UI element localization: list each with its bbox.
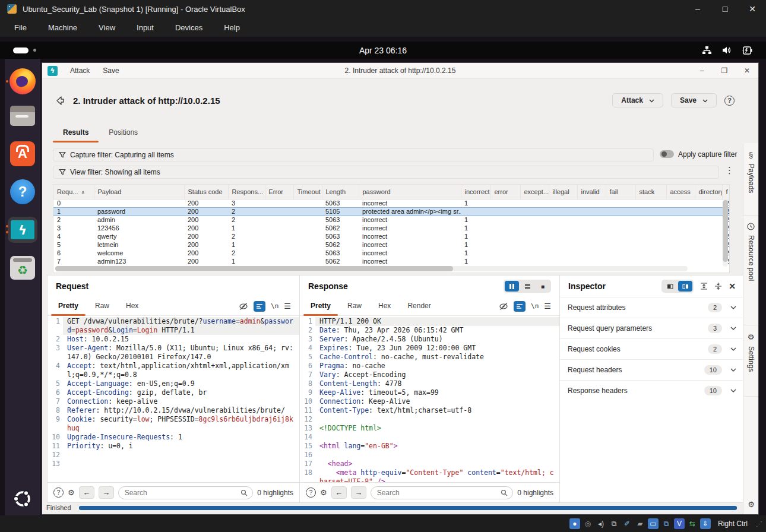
prev-match-button[interactable]: ← xyxy=(79,486,94,499)
screens-icon[interactable]: ⧉ xyxy=(661,518,672,529)
column-header[interactable]: incorrect xyxy=(461,185,490,199)
response-tab[interactable]: Hex xyxy=(370,297,399,315)
request-search-input[interactable] xyxy=(125,489,241,497)
burp-menu-item[interactable]: Attack xyxy=(64,66,96,75)
stop-button[interactable]: ■ xyxy=(536,281,550,292)
vbox-minimize-button[interactable]: – xyxy=(684,0,711,18)
column-header[interactable]: f xyxy=(722,185,730,199)
shared-folders-icon[interactable]: ▰ xyxy=(635,518,645,529)
vbox-menu-item[interactable]: Input xyxy=(126,18,164,37)
column-header[interactable]: password xyxy=(359,185,461,199)
inspector-left-layout-button[interactable] xyxy=(663,281,677,292)
inspector-right-layout-button[interactable] xyxy=(678,281,692,292)
help-icon[interactable]: ? xyxy=(724,96,735,106)
audio-icon[interactable]: ◂) xyxy=(596,518,606,529)
table-row[interactable]: 7admin12320015062incorrect12 xyxy=(53,257,730,265)
column-header[interactable]: Length xyxy=(322,185,359,199)
resize-grip[interactable]: ⋰ xyxy=(756,520,762,528)
column-header[interactable]: Status code xyxy=(184,185,228,199)
dock-item-trash[interactable]: ♻ xyxy=(5,249,40,287)
column-header[interactable]: invalid xyxy=(577,185,606,199)
burp-minimize-button[interactable]: – xyxy=(691,63,713,78)
features-icon[interactable]: ⇆ xyxy=(687,518,698,529)
tab[interactable]: Positions xyxy=(99,124,148,142)
vertical-scrollbar[interactable] xyxy=(723,200,728,267)
collapse-all-icon[interactable] xyxy=(714,283,722,290)
dock-item-help[interactable]: ? xyxy=(5,173,40,211)
table-row[interactable]: 6welcome20025063incorrect12 xyxy=(53,249,730,257)
column-header[interactable]: directory xyxy=(695,185,722,199)
request-tab[interactable]: Pretty xyxy=(50,297,87,315)
response-tab[interactable]: Pretty xyxy=(302,297,339,315)
column-header[interactable]: access xyxy=(666,185,695,199)
next-match-button[interactable]: → xyxy=(99,486,114,499)
dock-item-app-center[interactable]: A xyxy=(5,135,40,173)
show-apps-button[interactable] xyxy=(5,488,40,509)
vbox-menu-item[interactable]: Machine xyxy=(37,18,88,37)
column-header[interactable]: Requ...∧ xyxy=(53,185,94,199)
request-editor[interactable]: 1GET /dvwa/vulnerabilities/brute/?userna… xyxy=(48,315,299,482)
show-newlines-icon[interactable]: \n xyxy=(271,302,278,310)
inspector-section[interactable]: Request query parameters 3 xyxy=(560,318,744,338)
help-icon[interactable]: ? xyxy=(306,487,316,498)
hide-nonprintable-icon[interactable] xyxy=(499,302,508,311)
column-header[interactable]: fail xyxy=(606,185,635,199)
column-header[interactable]: Error xyxy=(265,185,293,199)
rail-settings-gear[interactable]: ⚙ xyxy=(743,500,759,509)
request-tab[interactable]: Raw xyxy=(87,297,118,315)
clock[interactable]: Apr 23 06:16 xyxy=(0,46,766,55)
prev-match-button[interactable]: ← xyxy=(331,486,347,499)
close-icon[interactable]: ✕ xyxy=(729,281,736,291)
response-tab[interactable]: Render xyxy=(399,297,439,315)
burp-restore-button[interactable]: ❐ xyxy=(713,63,736,78)
gear-icon[interactable]: ⚙ xyxy=(68,488,75,497)
editor-menu-icon[interactable]: ☰ xyxy=(544,302,551,311)
inspector-section[interactable]: Request attributes 2 xyxy=(560,297,744,318)
vbox-menu-item[interactable]: View xyxy=(88,18,126,37)
gear-icon[interactable]: ⚙ xyxy=(320,488,327,497)
save-button[interactable]: Save xyxy=(671,93,717,107)
column-header[interactable]: Timeout xyxy=(293,185,322,199)
rail-tab-payloads[interactable]: § Payloads xyxy=(743,143,758,216)
stack-layout-button[interactable] xyxy=(520,281,534,292)
network-icon[interactable]: ⧉ xyxy=(609,518,619,529)
rail-tab-settings[interactable]: ⚙ Settings xyxy=(743,325,758,397)
column-header[interactable]: illegal xyxy=(549,185,577,199)
table-row[interactable]: 5letmein20015062incorrect12 xyxy=(53,240,730,249)
vbox-menu-item[interactable]: File xyxy=(4,18,37,37)
attack-button[interactable]: Attack xyxy=(612,93,663,107)
inspector-section[interactable]: Request headers 10 xyxy=(560,359,744,380)
download-icon[interactable]: ⇩ xyxy=(700,518,711,529)
usb-icon[interactable]: ✐ xyxy=(622,518,632,529)
pretty-print-icon[interactable] xyxy=(254,301,265,312)
pause-button[interactable] xyxy=(505,281,519,292)
show-newlines-icon[interactable]: \n xyxy=(531,302,539,310)
dock-item-firefox[interactable] xyxy=(5,62,40,100)
pretty-print-icon[interactable] xyxy=(514,301,526,312)
column-header[interactable]: stack xyxy=(635,185,666,199)
dock-item-burp-suite[interactable]: ϟ xyxy=(5,211,40,249)
hide-nonprintable-icon[interactable] xyxy=(239,302,248,311)
editor-menu-icon[interactable]: ☰ xyxy=(284,302,291,311)
inspector-section[interactable]: Request cookies 2 xyxy=(560,338,744,359)
vbox-menu-item[interactable]: Help xyxy=(213,18,251,37)
table-menu-icon[interactable]: ⋮ xyxy=(725,165,734,176)
rail-tab-resource-pool[interactable]: Resource pool xyxy=(743,216,758,325)
inspector-section[interactable]: Response headers 10 xyxy=(560,380,744,401)
response-search-input[interactable] xyxy=(377,489,501,497)
vbox-close-button[interactable]: ✕ xyxy=(739,0,766,18)
optical-disk-icon[interactable]: ◎ xyxy=(583,518,593,529)
vbox-maximize-button[interactable]: □ xyxy=(711,0,739,18)
horizontal-scrollbar[interactable] xyxy=(55,266,688,271)
tab[interactable]: Results xyxy=(53,124,99,142)
hard-disk-icon[interactable]: ● xyxy=(569,518,580,529)
burp-close-button[interactable]: ✕ xyxy=(736,63,758,78)
table-row[interactable]: 312345620015062incorrect12 xyxy=(53,224,730,232)
column-header[interactable]: error xyxy=(490,185,520,199)
help-icon[interactable]: ? xyxy=(53,487,64,498)
request-tab[interactable]: Hex xyxy=(118,297,147,315)
table-row[interactable]: 2admin20025063incorrect12 xyxy=(53,216,730,224)
expand-all-icon[interactable] xyxy=(700,283,708,290)
vbox-menu-item[interactable]: Devices xyxy=(164,18,213,37)
apply-capture-filter-toggle[interactable] xyxy=(660,150,674,158)
